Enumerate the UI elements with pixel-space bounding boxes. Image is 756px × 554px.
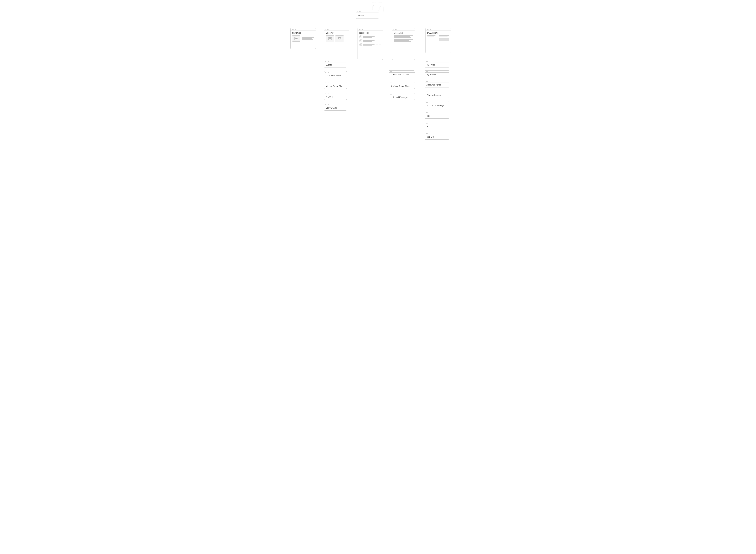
node-messages[interactable]: Messages xyxy=(392,28,415,60)
svg-line-4 xyxy=(377,2,385,3)
signout-label: Sign Out xyxy=(425,135,449,140)
svg-line-19 xyxy=(383,6,385,13)
node-about[interactable]: About xyxy=(425,122,449,129)
svg-line-3 xyxy=(377,2,381,3)
node-myaccount[interactable]: My Account xyxy=(425,28,451,53)
svg-line-13 xyxy=(383,6,385,7)
node-account-settings[interactable]: Account Settings xyxy=(425,80,449,88)
node-my-profile[interactable]: My Profile xyxy=(425,61,449,67)
svg-line-6 xyxy=(372,5,373,8)
node-notification-settings[interactable]: Notification Settings xyxy=(425,101,449,108)
node-interest-group-chats-discover[interactable]: Interest Group Chats xyxy=(324,82,347,89)
myaccount-label: My Account xyxy=(427,32,449,34)
svg-line-12 xyxy=(379,6,381,10)
svg-line-16 xyxy=(383,6,385,10)
node-localbusinesses[interactable]: Local Businesses xyxy=(324,71,347,78)
svg-line-1 xyxy=(373,2,377,3)
newsfeed-label: Newsfeed xyxy=(292,32,314,34)
svg-line-11 xyxy=(379,6,381,9)
node-sign-out[interactable]: Sign Out xyxy=(425,133,449,140)
localbiz-label: Local Businesses xyxy=(324,73,347,78)
home-label: Home xyxy=(358,14,364,16)
svg-line-15 xyxy=(383,6,385,9)
igc-discover-label: Interest Group Chats xyxy=(324,84,347,89)
notif-label: Notification Settings xyxy=(425,103,449,108)
igc-messages-label: Interest Group Chats xyxy=(389,72,415,77)
node-discover[interactable]: Discover xyxy=(324,28,349,49)
svg-line-18 xyxy=(383,6,385,12)
help-label: Help xyxy=(425,114,449,118)
node-buysell[interactable]: Buy/Sell xyxy=(324,93,347,100)
svg-line-7 xyxy=(372,5,373,9)
node-individual-messages[interactable]: Individual Messages xyxy=(389,93,415,100)
borrowlend-label: Borrow/Lend xyxy=(324,106,347,110)
node-borrowlend[interactable]: Borrow/Lend xyxy=(324,104,347,111)
node-help[interactable]: Help xyxy=(425,112,449,119)
events-label: Events xyxy=(324,63,347,67)
svg-line-8 xyxy=(372,5,373,10)
neighbours-label: Neighbours xyxy=(359,32,381,34)
svg-line-10 xyxy=(379,6,381,8)
node-home[interactable]: Home xyxy=(356,10,379,19)
svg-line-14 xyxy=(383,6,385,8)
node-neighbours[interactable]: Neighbours xyxy=(357,28,383,60)
discover-label: Discover xyxy=(326,32,348,34)
about-label: About xyxy=(425,124,449,129)
svg-line-5 xyxy=(372,5,373,7)
myprofile-label: My Profile xyxy=(425,63,449,67)
ngc-label: Neighbor Group Chats xyxy=(389,84,415,89)
indiv-msg-label: Individual Messages xyxy=(389,95,415,100)
svg-line-2 xyxy=(377,2,377,3)
messages-label: Messages xyxy=(394,32,413,34)
svg-line-20 xyxy=(383,6,385,14)
diagram-container: Home Newsfeed Discov xyxy=(274,0,482,15)
myactivity-label: My Activity xyxy=(425,72,449,77)
privacy-label: Privacy Settings xyxy=(425,93,449,98)
svg-line-0 xyxy=(370,2,377,3)
node-newsfeed[interactable]: Newsfeed xyxy=(290,28,316,49)
buysell-label: Buy/Sell xyxy=(324,95,347,100)
accsettings-label: Account Settings xyxy=(425,83,449,87)
node-interest-group-chats-messages[interactable]: Interest Group Chats xyxy=(389,70,415,77)
node-neighbor-group-chats[interactable]: Neighbor Group Chats xyxy=(389,82,415,89)
node-privacy-settings[interactable]: Privacy Settings xyxy=(425,91,449,98)
node-events[interactable]: Events xyxy=(324,61,347,67)
node-my-activity[interactable]: My Activity xyxy=(425,70,449,77)
svg-line-17 xyxy=(383,6,385,11)
